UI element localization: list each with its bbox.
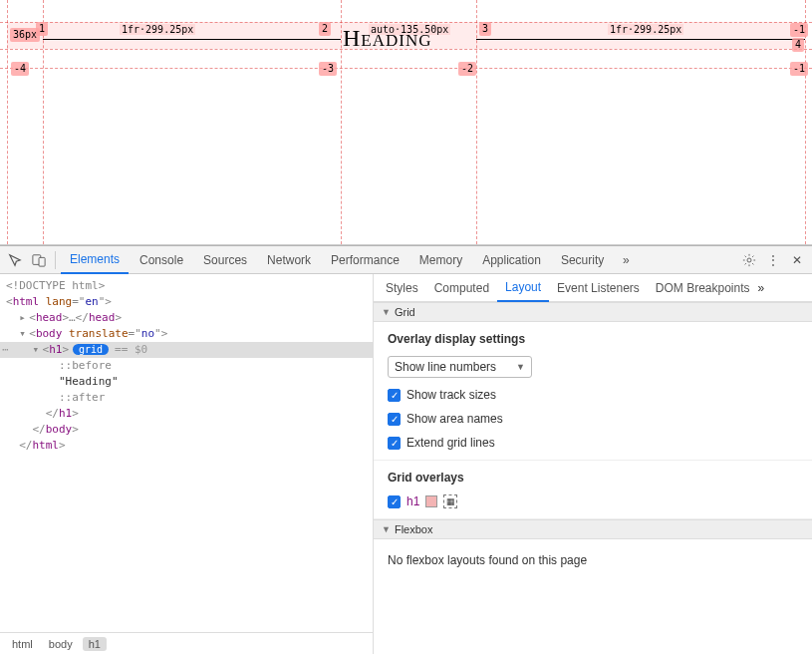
tab-console[interactable]: Console (131, 246, 192, 274)
col-line-num: 4 (792, 38, 804, 52)
rule-line (43, 39, 341, 40)
dom-head[interactable]: ▸<head>…</head> (0, 310, 373, 326)
checkbox-extend-lines[interactable]: ✓ (388, 437, 401, 450)
flexbox-empty-msg: No flexbox layouts found on this page (374, 539, 812, 581)
dom-doctype[interactable]: <!DOCTYPE html> (0, 278, 373, 294)
tab-styles[interactable]: Styles (378, 274, 426, 302)
tab-network[interactable]: Network (258, 246, 320, 274)
grid-line (0, 68, 812, 69)
label-extend-lines: Extend grid lines (406, 436, 495, 450)
tab-dom-breakpoints[interactable]: DOM Breakpoints (648, 274, 758, 302)
col-line-neg: -4 (11, 62, 29, 76)
reveal-icon[interactable]: ▦ (443, 494, 457, 508)
grid-line (341, 0, 342, 244)
svg-rect-1 (39, 257, 45, 266)
crumb-h1[interactable]: h1 (83, 637, 107, 651)
rule-line (476, 39, 805, 40)
devtools: Elements Console Sources Network Perform… (0, 245, 812, 654)
eqeq-label: == $0 (115, 343, 147, 356)
dom-before[interactable]: ::before (0, 358, 373, 374)
flexbox-accordion-header[interactable]: ▼Flexbox (374, 519, 812, 539)
close-icon[interactable]: ✕ (786, 249, 808, 271)
chevron-down-icon: ▼ (382, 307, 391, 317)
label-track-sizes: Show track sizes (406, 388, 496, 402)
tab-elements[interactable]: Elements (61, 246, 129, 274)
checkbox-area-names[interactable]: ✓ (388, 413, 401, 426)
col-line-num: 1 (36, 22, 48, 36)
dom-h1-close[interactable]: </h1> (0, 406, 373, 422)
track-size: 1fr·299.25px (608, 24, 683, 35)
ellipsis-icon[interactable]: ⋯ (0, 342, 9, 358)
grid-line (7, 0, 8, 244)
dom-h1-selected[interactable]: ⋯ ▾<h1>grid== $0 (0, 342, 373, 358)
tab-security[interactable]: Security (552, 246, 613, 274)
overlay-item-h1[interactable]: h1 (406, 494, 419, 508)
dom-after[interactable]: ::after (0, 390, 373, 406)
device-toggle-icon[interactable] (28, 249, 50, 271)
devtools-toolbar: Elements Console Sources Network Perform… (0, 246, 812, 274)
more-tabs-icon[interactable]: » (615, 249, 637, 271)
side-panel: Styles Computed Layout Event Listeners D… (374, 274, 812, 654)
color-swatch[interactable] (425, 495, 437, 507)
dom-text[interactable]: "Heading" (0, 374, 373, 390)
page-preview: Heading 36px 1 2 3 4 -1 -4 -3 -2 -1 1fr·… (0, 0, 812, 245)
breadcrumb: html body h1 (0, 632, 373, 654)
grid-accordion-header[interactable]: ▼Grid (374, 302, 812, 322)
crumb-body[interactable]: body (43, 637, 79, 651)
tab-computed[interactable]: Computed (426, 274, 497, 302)
dom-body-close[interactable]: </body> (0, 422, 373, 438)
grid-line (43, 0, 44, 244)
inspect-icon[interactable] (4, 249, 26, 271)
label-area-names: Show area names (406, 412, 503, 426)
grid-overlays-section: Grid overlays ✓ h1 ▦ (374, 461, 812, 519)
tab-performance[interactable]: Performance (322, 246, 408, 274)
col-line-num: 2 (319, 22, 331, 36)
col-line-neg: -1 (790, 23, 808, 37)
divider (55, 251, 56, 269)
chevron-down-icon: ▼ (382, 524, 391, 534)
tab-event-listeners[interactable]: Event Listeners (549, 274, 648, 302)
grid-overlays-title: Grid overlays (388, 471, 798, 485)
more-tabs-icon[interactable]: » (758, 281, 765, 295)
col-line-num: 3 (479, 22, 491, 36)
col-line-neg: -1 (790, 62, 808, 76)
dom-panel: <!DOCTYPE html> <html lang="en"> ▸<head>… (0, 274, 374, 654)
tab-application[interactable]: Application (473, 246, 550, 274)
grid-line (476, 0, 477, 244)
settings-gear-icon[interactable] (738, 249, 760, 271)
track-size: 1fr·299.25px (120, 24, 195, 35)
dom-body-open[interactable]: ▾<body translate="no"> (0, 326, 373, 342)
tab-layout[interactable]: Layout (497, 274, 549, 302)
track-size: auto·135.50px (369, 24, 450, 35)
tab-memory[interactable]: Memory (410, 246, 471, 274)
grid-badge[interactable]: grid (73, 344, 109, 355)
col-line-neg: -2 (458, 62, 476, 76)
checkbox-track-sizes[interactable]: ✓ (388, 389, 401, 402)
kebab-icon[interactable]: ⋮ (762, 249, 784, 271)
col-line-neg: -3 (319, 62, 337, 76)
overlay-settings-title: Overlay display settings (388, 332, 798, 346)
line-numbers-dropdown[interactable]: Show line numbers▼ (388, 356, 532, 378)
overlay-settings-section: Overlay display settings Show line numbe… (374, 322, 812, 461)
side-tabs: Styles Computed Layout Event Listeners D… (374, 274, 812, 302)
crumb-html[interactable]: html (6, 637, 39, 651)
dom-html-open[interactable]: <html lang="en"> (0, 294, 373, 310)
svg-point-2 (747, 257, 751, 261)
checkbox-h1-overlay[interactable]: ✓ (388, 495, 401, 508)
grid-line (0, 22, 812, 23)
chevron-down-icon: ▼ (516, 362, 525, 372)
tab-sources[interactable]: Sources (194, 246, 256, 274)
dom-html-close[interactable]: </html> (0, 438, 373, 454)
dom-tree[interactable]: <!DOCTYPE html> <html lang="en"> ▸<head>… (0, 274, 373, 632)
